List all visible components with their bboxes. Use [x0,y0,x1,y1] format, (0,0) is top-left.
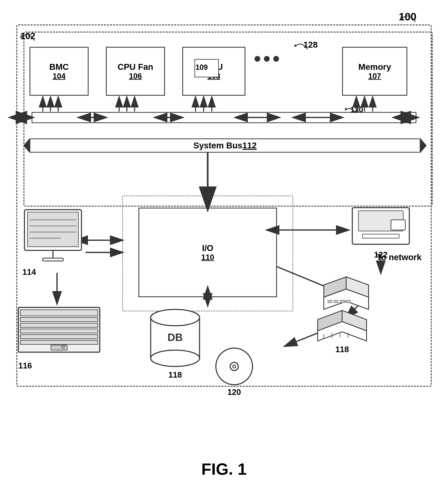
svg-rect-47 [20,310,98,316]
blade-group: 116 [16,305,106,370]
dot-1 [255,56,260,62]
svg-rect-39 [28,212,78,247]
disc-group: 120 [214,346,255,397]
svg-point-59 [151,350,200,366]
blade-number: 116 [18,361,106,370]
system-bus-label: System Bus [193,141,242,150]
switch-group: 118 [314,307,371,354]
svg-rect-73 [334,300,338,303]
svg-rect-75 [346,300,350,303]
memory-box: Memory 107 [342,47,407,96]
svg-rect-49 [20,323,98,327]
svg-rect-72 [328,300,332,303]
cpufan-number: 106 [129,72,142,81]
db-icon: DB [147,305,204,370]
printer-icon [346,200,416,252]
dot-3 [273,56,279,62]
monitor-number: 114 [22,267,90,277]
arrow-130-icon [344,104,356,115]
svg-rect-68 [391,220,405,230]
svg-rect-50 [20,329,98,333]
memory-number: 107 [368,72,381,81]
io-title: I/O [202,243,213,253]
svg-point-60 [151,309,200,326]
ellipsis-dots [255,56,279,62]
arrow-102-icon [18,28,39,44]
printer-group: 122 [346,200,416,259]
arrow-128-icon [293,38,309,52]
svg-rect-51 [20,335,98,339]
svg-rect-45 [43,258,63,261]
cpufan-title: CPU Fan [117,62,153,72]
dot-2 [264,56,270,62]
io-number: 110 [201,253,214,262]
network-hub-icon [320,275,373,312]
disc-icon [214,346,255,387]
system-bus-number: 112 [242,141,256,150]
bmc-number: 104 [52,72,65,81]
bmc-box: BMC 104 [30,47,89,96]
cpu-inner-label: 109 [195,63,208,72]
monitor-icon [20,208,90,269]
arrow-100-icon [397,8,421,26]
blade-icon [16,305,106,362]
svg-rect-48 [20,317,98,322]
bmc-title: BMC [49,62,69,72]
fig-label: FIG. 1 [201,460,247,479]
db-group: DB 118 [147,305,204,379]
to-network-label: To network [377,252,421,262]
switch-icon [314,307,371,344]
svg-rect-67 [363,234,399,238]
memory-title: Memory [358,62,391,72]
io-box: I/O 110 [139,208,277,297]
svg-text:DB: DB [167,331,183,343]
db-number: 118 [147,370,204,379]
svg-point-64 [233,365,236,368]
disc-number: 120 [214,388,255,397]
svg-point-54 [62,345,65,348]
switch-number: 118 [314,345,371,354]
svg-rect-52 [20,340,98,345]
svg-rect-74 [340,300,344,303]
system-bus-112: System Bus 112 [30,138,420,153]
cpufan-box: CPU Fan 106 [106,47,165,96]
page-container: 100 102 BMC 104 CPU Fan 106 CPU 108 109 … [0,0,448,503]
monitor-group: 114 [20,208,90,277]
